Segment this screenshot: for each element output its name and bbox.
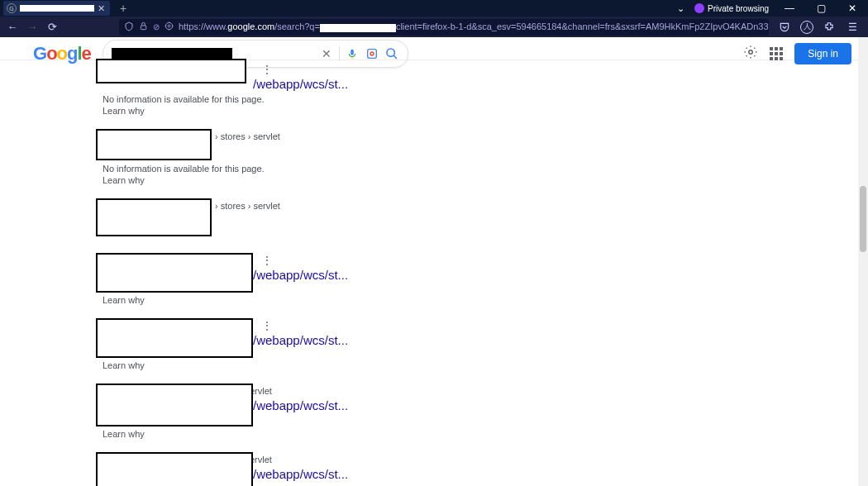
svg-point-7 [749,50,753,55]
nav-back-button[interactable]: ← [5,20,20,35]
result-menu-icon[interactable]: ⋮ [261,322,273,329]
learn-why-link[interactable]: Learn why [103,360,868,370]
voice-search-icon[interactable] [345,46,360,61]
private-label: Private browsing [708,4,769,13]
svg-point-2 [165,22,172,29]
result-breadcrumb: ervlet [250,455,272,465]
svg-point-6 [387,49,394,56]
private-mask-icon [694,3,704,13]
svg-point-5 [370,52,374,55]
search-result: ⋮ /webapp/wcs/st... Learn why [96,255,868,305]
result-menu-icon[interactable]: ⋮ [261,257,273,264]
learn-why-link[interactable]: Learn why [103,106,868,116]
svg-rect-0 [141,26,145,30]
browser-url-bar: ← → ⟳ ⊘ https://www.google.com/search?q=… [0,17,868,37]
window-close-button[interactable]: ✕ [842,1,863,16]
shield-icon [124,21,134,33]
account-icon[interactable]: 人 [800,21,813,34]
address-bar[interactable]: ⊘ https://www.google.com/search?q=client… [119,19,769,36]
svg-rect-3 [351,57,352,59]
search-result: ervlet ⋮ /webapp/wcs/st... Learn why [96,454,868,486]
redaction-box [96,253,253,293]
browser-titlebar: G ✕ + ⌄ Private browsing — ▢ ✕ [0,0,868,17]
svg-rect-4 [368,50,377,59]
sign-in-button[interactable]: Sign in [794,43,851,64]
url-text: https://www.google.com/search?q=client=f… [179,21,769,31]
google-logo[interactable]: Google [33,43,98,64]
browser-tab[interactable]: G ✕ [3,1,110,16]
pocket-icon[interactable] [777,20,792,35]
result-breadcrumb: ervlet [250,386,272,396]
search-result: ⋮ /webapp/wcs/st... Learn why [96,320,868,370]
learn-why-link[interactable]: Learn why [103,429,868,439]
window-maximize-button[interactable]: ▢ [810,1,832,16]
nav-reload-button[interactable]: ⟳ [45,20,60,35]
redaction-box [96,198,212,236]
search-result: › stores › servlet ⋮ No information is a… [96,131,868,185]
location-icon[interactable] [165,21,174,32]
search-query-redacted [112,48,232,60]
scrollbar-thumb[interactable] [860,186,866,252]
result-snippet: No information is available for this pag… [103,164,868,174]
search-result: › stores › servlet ⋮ [96,200,868,240]
result-breadcrumb: › stores › servlet [215,201,280,211]
learn-why-link[interactable]: Learn why [103,175,868,185]
tab-title-redacted [20,5,94,12]
lens-search-icon[interactable] [365,46,379,61]
vertical-scrollbar[interactable] [858,37,868,486]
tab-favicon: G [7,3,17,13]
settings-gear-icon[interactable] [743,45,758,63]
result-menu-icon[interactable]: ⋮ [261,66,273,73]
new-tab-button[interactable]: + [120,2,126,15]
learn-why-link[interactable]: Learn why [103,295,868,305]
search-button-icon[interactable] [384,46,399,61]
svg-point-1 [168,25,170,27]
redaction-box [96,59,246,83]
search-result: ⋮ /webapp/wcs/st... No information is av… [96,64,868,116]
google-header: Google ✕ Sign in [0,37,868,60]
redaction-box [96,452,253,486]
extensions-icon[interactable] [822,20,837,35]
redaction-box [96,384,253,426]
private-browsing-indicator: Private browsing [694,3,769,13]
clear-search-icon[interactable]: ✕ [319,46,334,61]
tab-close-icon[interactable]: ✕ [98,3,105,14]
window-minimize-button[interactable]: — [779,1,800,16]
lock-icon [139,21,148,32]
app-menu-icon[interactable]: ☰ [845,20,860,35]
result-snippet: No information is available for this pag… [103,94,868,104]
result-breadcrumb: › stores › servlet [215,131,280,141]
search-result: ervlet ⋮ /webapp/wcs/st... Learn why [96,385,868,439]
tabs-dropdown-icon[interactable]: ⌄ [677,3,684,14]
nav-forward-button[interactable]: → [25,20,40,35]
permissions-icon[interactable]: ⊘ [153,22,160,31]
search-results: ⋮ /webapp/wcs/st... No information is av… [0,60,868,486]
google-apps-icon[interactable] [770,47,783,60]
redaction-box [96,129,212,160]
redaction-box [96,318,253,358]
